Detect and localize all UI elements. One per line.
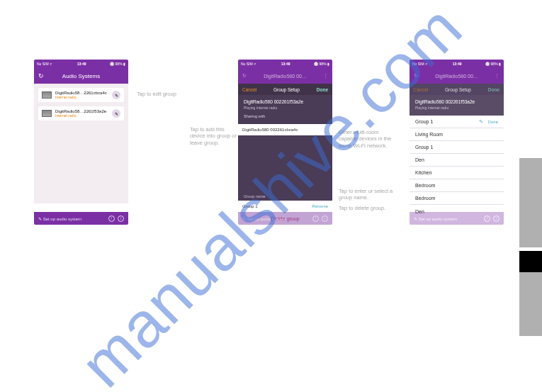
room-label: Kitchen bbox=[415, 170, 431, 175]
status-time: 13:49 bbox=[281, 62, 290, 66]
status-time: 13:49 bbox=[77, 62, 86, 66]
room-row[interactable]: Den bbox=[410, 154, 504, 167]
device-sub: Internet radio bbox=[55, 95, 107, 99]
room-row[interactable]: Kitchen bbox=[410, 167, 504, 179]
modal-title: Group Setup bbox=[445, 87, 471, 92]
sharing-label: Sharing with bbox=[244, 114, 327, 118]
phone-screenshot-2: No SIM ᯤ 13:49 ⚪ 98% ▮ ↻ DigitRadio580 0… bbox=[238, 60, 332, 225]
room-label: Living Room bbox=[415, 132, 443, 137]
status-bar: No SIM ᯤ 13:49 ⚪ 98% ▮ bbox=[34, 60, 128, 68]
setup-link: ✎ Set up audio system bbox=[242, 216, 286, 221]
phone-screenshot-1: No SIM ᯤ 13:49 ⚪ 98% ▮ ↻ Audio Systems D… bbox=[34, 60, 128, 225]
room-label: Bedroom bbox=[415, 196, 435, 201]
device-row[interactable]: DigitRadio58…2261cbca4c Internet radio ✎ bbox=[38, 88, 124, 102]
refresh-icon[interactable]: ↻ bbox=[38, 72, 44, 79]
side-tab-grey2 bbox=[519, 272, 542, 336]
footer-bar: ✎ Set up audio system ! i bbox=[410, 212, 504, 225]
annotation-delete-group: Tap to delete group. bbox=[339, 205, 394, 211]
info-icon: ! bbox=[484, 215, 490, 222]
info-icon[interactable]: i bbox=[118, 215, 124, 222]
footer-bar: ✎ Set up audio system ! i bbox=[238, 212, 332, 225]
modal-title: Group Setup bbox=[273, 87, 300, 92]
scroll-dots-icon: ⋮ bbox=[495, 73, 499, 79]
side-tab-grey bbox=[519, 158, 542, 247]
room-row[interactable]: Bedroom bbox=[410, 192, 504, 205]
setup-link: ✎ Set up audio system bbox=[414, 216, 457, 221]
current-device-status: Playing Internet radio bbox=[415, 106, 498, 110]
group-name-row[interactable]: Group 1 Rename bbox=[238, 201, 332, 212]
group-section-label: Group name bbox=[238, 191, 332, 201]
room-label: Den bbox=[415, 157, 424, 162]
current-device-box: DigitRadio580 002261f53a2e Playing Inter… bbox=[238, 95, 332, 124]
annotation-enter-name: Tap to enter or select a group name. bbox=[339, 188, 394, 201]
modal-header: Cancel Group Setup Done bbox=[238, 84, 332, 95]
status-right: ⚪ 98% ▮ bbox=[314, 62, 329, 66]
device-thumb-icon bbox=[42, 91, 52, 99]
header-bar: ↻ Audio Systems bbox=[34, 68, 128, 84]
page-title: DigitRadio580 00… bbox=[435, 74, 478, 79]
status-bar: No SIM ᯤ 13:49 ⚪ 98% ▮ bbox=[238, 60, 332, 68]
room-row[interactable]: Group 1 ✎Done bbox=[410, 116, 504, 128]
done-inline-button[interactable]: Done bbox=[488, 120, 498, 124]
edit-group-icon[interactable]: ✎ bbox=[112, 109, 120, 118]
info-icon: i bbox=[322, 215, 328, 222]
edit-group-icon[interactable]: ✎ bbox=[112, 91, 120, 99]
device-thumb-icon bbox=[42, 110, 52, 117]
scroll-dots-icon: ⋮ bbox=[323, 73, 328, 79]
page-title: Audio Systems bbox=[62, 73, 100, 79]
status-left: No SIM ᯤ bbox=[412, 62, 429, 66]
phone-screenshot-3: No SIM ᯤ 13:49 ⚪ 98% ▮ ↻ DigitRadio580 0… bbox=[410, 60, 504, 225]
refresh-icon: ↻ bbox=[242, 73, 247, 79]
done-button[interactable]: Done bbox=[317, 87, 328, 92]
setup-link[interactable]: ✎ Set up audio system bbox=[38, 216, 81, 221]
header-bar: ↻ DigitRadio580 00… ⋮ bbox=[238, 68, 332, 84]
room-row[interactable]: Bedroom bbox=[410, 179, 504, 192]
spacer bbox=[238, 135, 332, 191]
cancel-button[interactable]: Cancel bbox=[242, 87, 256, 92]
device-list: DigitRadio58…2261cbca4c Internet radio ✎… bbox=[34, 84, 128, 203]
current-device-status: Playing Internet radio bbox=[244, 106, 327, 110]
status-left: No SIM ᯤ bbox=[37, 62, 53, 66]
status-right: ⚪ 98% ▮ bbox=[110, 62, 125, 66]
status-left: No SIM ᯤ bbox=[241, 62, 257, 66]
annotation-add-device: Tap to add this device into group or lea… bbox=[190, 126, 237, 146]
current-device-box: DigitRadio580 002261f53a2e Playing Inter… bbox=[410, 95, 504, 116]
header-bar: ↻ DigitRadio580 00… ⋮ bbox=[410, 68, 504, 84]
annotation-other-devices: Other multi-room capable devices in the … bbox=[339, 129, 394, 149]
page-title: DigitRadio580 00… bbox=[264, 74, 307, 79]
current-device-name: DigitRadio580 002261f53a2e bbox=[244, 99, 327, 104]
share-device-name: DigitRadio580 002261cbca4c bbox=[242, 128, 298, 132]
device-sub: Internet radio bbox=[55, 113, 106, 118]
modal-header: Cancel Group Setup Done bbox=[410, 84, 504, 95]
side-tabs bbox=[519, 158, 542, 336]
info-icon: ! bbox=[312, 215, 319, 222]
info-icon: i bbox=[493, 215, 499, 222]
annotation-edit-group: Tap to edit group bbox=[137, 91, 176, 97]
side-tab-black bbox=[519, 251, 542, 272]
room-row[interactable]: Group 1 bbox=[410, 141, 504, 154]
share-device-row[interactable]: DigitRadio580 002261cbca4c bbox=[238, 124, 332, 135]
refresh-icon: ↻ bbox=[414, 73, 418, 79]
room-label: Group 1 bbox=[415, 145, 433, 150]
status-right: ⚪ 98% ▮ bbox=[485, 62, 501, 66]
info-icon[interactable]: ! bbox=[108, 215, 115, 222]
group-name-value: Group 1 bbox=[242, 204, 258, 208]
room-label: Group 1 bbox=[415, 119, 433, 124]
current-device-name: DigitRadio580 002261f53a2e bbox=[415, 99, 498, 104]
rename-button[interactable]: Rename bbox=[312, 204, 328, 208]
room-row[interactable]: Living Room bbox=[410, 128, 504, 141]
pencil-icon[interactable]: ✎ bbox=[479, 119, 483, 125]
footer-bar: ✎ Set up audio system ! i bbox=[34, 212, 128, 225]
device-row[interactable]: DigitRadio58…2261f53a2e Internet radio ✎ bbox=[38, 106, 124, 121]
status-bar: No SIM ᯤ 13:49 ⚪ 98% ▮ bbox=[410, 60, 504, 68]
cancel-button: Cancel bbox=[414, 87, 428, 92]
room-label: Bedroom bbox=[415, 183, 435, 188]
done-button: Done bbox=[488, 87, 499, 92]
status-time: 13:49 bbox=[453, 62, 462, 66]
